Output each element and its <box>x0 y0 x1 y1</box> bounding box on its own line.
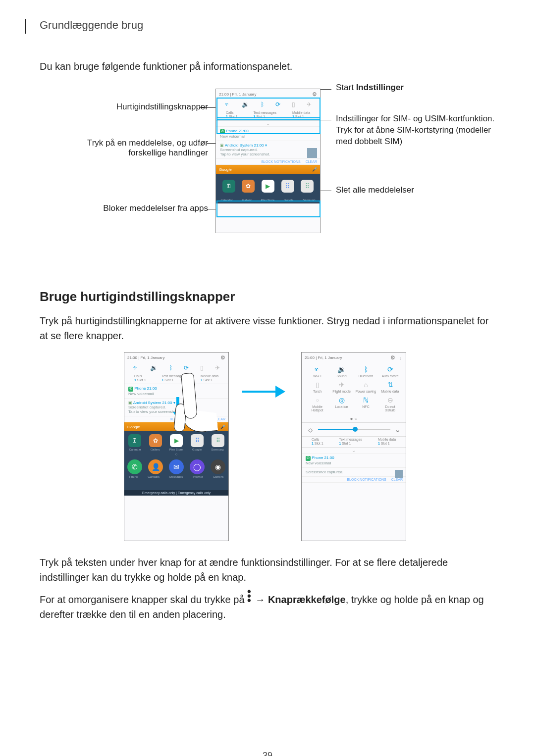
status-time: 21:00 | Fri, 1 January <box>219 92 256 97</box>
notification-item[interactable]: ✆ Phone 21:00 New voicemail <box>216 127 320 141</box>
mobile-data-icon: ⇅ <box>379 381 401 389</box>
play-store-icon[interactable]: ▶ <box>262 180 274 193</box>
qt-flight[interactable]: ✈Flight mode <box>331 381 352 393</box>
gallery-icon[interactable]: ✿ <box>242 180 255 193</box>
brightness-slider[interactable]: ☼ ⌄ <box>302 422 406 437</box>
status-bar: 21:00 | Fri, 1 January ⚙ <box>124 353 228 362</box>
power-icon: ⌂ <box>355 381 376 389</box>
location-icon: ◎ <box>331 396 352 404</box>
figure-swipe: 21:00 | Fri, 1 January ⚙ ᯤ 🔉 ᛒ ⟳ ▯ ✈ Cal… <box>40 352 495 555</box>
torch-icon: ▯ <box>307 381 328 389</box>
internet-icon[interactable]: ◯ <box>190 459 205 474</box>
section-paragraph-2: Tryk på teksten under hver knap for at æ… <box>40 555 495 585</box>
bluetooth-icon[interactable]: ᛒ <box>169 364 172 371</box>
page-indicator: ○ <box>124 451 228 456</box>
bluetooth-icon: ᛒ <box>355 365 376 373</box>
quick-toggles-row[interactable]: ᯤ 🔉 ᛒ ⟳ ▯ ✈ <box>216 99 320 110</box>
wifi-icon: ᯤ <box>307 365 328 373</box>
callout-notification: Tryk på en meddelelse, og udfør forskell… <box>59 138 208 158</box>
sound-icon[interactable]: 🔉 <box>150 364 158 371</box>
brightness-icon: ☼ <box>307 425 314 434</box>
phone-icon[interactable]: ✆ <box>127 459 142 474</box>
phone-screenshot-after: 21:00 | Fri, 1 January ⚙ ⋮ ᯤWi-Fi 🔉Sound… <box>301 352 406 541</box>
quick-settings-grid: ᯤWi-Fi 🔉Sound ᛒBluetooth ⟳Auto rotate ▯T… <box>302 362 406 415</box>
leader-line <box>207 209 216 209</box>
qt-hotspot[interactable]: ▫Mobile Hotspot <box>307 396 328 412</box>
gear-icon[interactable]: ⚙ <box>390 354 395 360</box>
leader-line <box>321 191 331 191</box>
more-icon[interactable]: ⋮ <box>399 356 403 360</box>
app-dock: 🗓 ✿ ▶ ⠿ ⠿ <box>216 174 320 199</box>
page-tab-mark <box>25 19 26 34</box>
flight-icon[interactable]: ✈ <box>307 101 312 108</box>
sim-row[interactable]: Calls 1 Slot 1 Text messages 1 Slot 1 Mo… <box>216 110 320 121</box>
leader-line <box>321 120 331 120</box>
samsung-folder-icon[interactable]: ⠿ <box>301 180 314 193</box>
qt-mobiledata[interactable]: ⇅Mobile data <box>379 381 401 393</box>
chevron-down-icon[interactable]: ⌄ <box>394 425 401 434</box>
qt-pager: ● ○ <box>302 415 406 422</box>
qt-nfc[interactable]: ℕNFC <box>355 396 376 412</box>
contacts-icon[interactable]: 👤 <box>148 459 163 474</box>
leader-line <box>199 107 216 108</box>
clear-notifications-button[interactable]: CLEAR <box>306 160 317 163</box>
qt-bluetooth[interactable]: ᛒBluetooth <box>355 365 376 378</box>
sim-data[interactable]: Mobile data 1 Slot 1 <box>292 111 310 118</box>
google-folder-icon[interactable]: ⠿ <box>281 180 294 193</box>
page-header: Grundlæggende brug <box>40 19 495 32</box>
button-order-label: Knaprækkefølge <box>268 594 346 605</box>
notification-item[interactable]: ✆ Phone 21:00 New voicemail <box>302 454 406 468</box>
qt-dnd[interactable]: ⊖Do not disturb <box>379 396 401 412</box>
qt-power[interactable]: ⌂Power saving <box>355 381 376 393</box>
figure-notifications: Hurtigindstillingsknapper Tryk på en med… <box>40 84 495 267</box>
notification-item[interactable]: ▣ Android System 21:00 ▾ Screenshot capt… <box>216 141 320 159</box>
block-notifications-button[interactable]: BLOCK NOTIFICATIONS <box>261 160 300 163</box>
rotate-icon: ⟳ <box>379 365 401 373</box>
wifi-icon[interactable]: ᯤ <box>133 364 139 371</box>
more-vert-icon: ••• <box>247 590 253 603</box>
notification-actions: BLOCK NOTIFICATIONS CLEAR <box>302 477 406 483</box>
bluetooth-icon[interactable]: ᛒ <box>261 101 264 108</box>
callout-start-settings-bold: Indstillinger <box>356 83 404 92</box>
calendar-icon[interactable]: 🗓 <box>128 434 141 447</box>
hand-illustration <box>171 370 226 444</box>
camera-icon[interactable]: ◉ <box>211 459 225 474</box>
flight-icon: ✈ <box>331 381 352 389</box>
sim-handle[interactable]: ⌄ <box>216 121 320 127</box>
leader-line <box>207 143 216 144</box>
gear-icon[interactable]: ⚙ <box>312 91 317 98</box>
calendar-icon[interactable]: 🗓 <box>222 180 235 193</box>
page-number: 39 <box>0 751 535 756</box>
rotate-icon[interactable]: ⟳ <box>275 101 280 108</box>
google-search-bar[interactable]: Google 🎤 <box>216 165 320 174</box>
gear-icon[interactable]: ⚙ <box>220 354 225 361</box>
torch-icon[interactable]: ▯ <box>200 364 204 371</box>
section-paragraph-3: For at omorganisere knapper skal du tryk… <box>40 590 495 622</box>
callout-quick-settings: Hurtigindstillingsknapper <box>59 102 208 112</box>
notification-item[interactable]: Screenshot captured. <box>302 468 406 477</box>
emergency-bar: Emergency calls only | Emergency calls o… <box>124 490 228 496</box>
sim-handle[interactable]: ⌄ <box>302 448 406 454</box>
sim-texts[interactable]: Text messages 1 Slot 1 <box>253 111 276 118</box>
qt-torch[interactable]: ▯Torch <box>307 381 328 393</box>
phone-screenshot-before: 21:00 | Fri, 1 January ⚙ ᯤ 🔉 ᛒ ⟳ ▯ ✈ Cal… <box>124 352 229 541</box>
qt-location[interactable]: ◎Location <box>331 396 352 412</box>
sound-icon: 🔉 <box>331 365 352 373</box>
qt-sound[interactable]: 🔉Sound <box>331 365 352 378</box>
mic-icon[interactable]: 🎤 <box>312 167 317 172</box>
slider-track[interactable] <box>318 429 390 430</box>
rotate-icon[interactable]: ⟳ <box>184 364 189 371</box>
status-bar: 21:00 | Fri, 1 January ⚙ ⋮ <box>302 353 406 362</box>
dnd-icon: ⊖ <box>379 396 401 404</box>
gallery-icon[interactable]: ✿ <box>149 434 162 447</box>
notification-actions: BLOCK NOTIFICATIONS CLEAR <box>216 159 320 165</box>
sim-calls[interactable]: Calls 1 Slot 1 <box>226 111 238 118</box>
torch-icon[interactable]: ▯ <box>292 101 295 108</box>
qt-rotate[interactable]: ⟳Auto rotate <box>379 365 401 378</box>
callout-start-settings: Start Indstillinger <box>336 83 499 93</box>
qt-wifi[interactable]: ᯤWi-Fi <box>307 365 328 378</box>
sound-icon[interactable]: 🔉 <box>242 101 249 108</box>
messages-icon[interactable]: ✉ <box>169 459 184 474</box>
sim-row[interactable]: Calls1 Slot 1 Text messages1 Slot 1 Mobi… <box>302 437 406 448</box>
wifi-icon[interactable]: ᯤ <box>224 101 230 108</box>
